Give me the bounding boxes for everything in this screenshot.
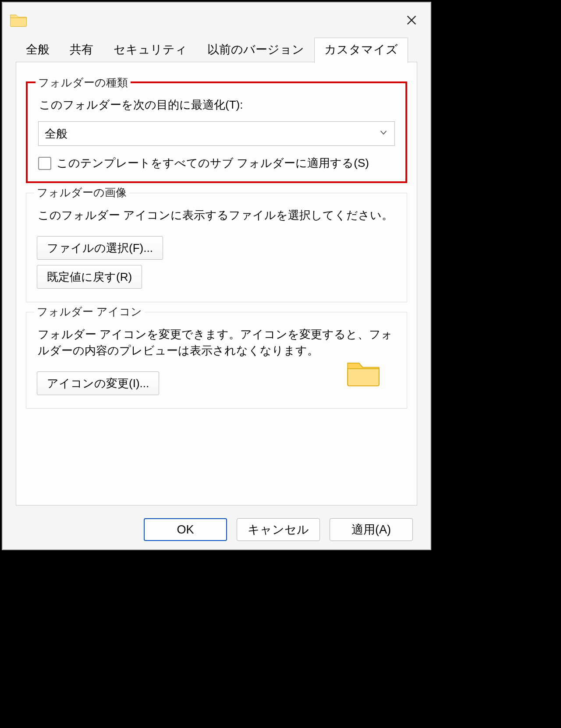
close-button[interactable] [396,7,427,33]
cancel-button[interactable]: キャンセル [237,518,320,541]
group-folder-image-title: フォルダーの画像 [34,185,129,200]
titlebar [3,3,430,38]
tab-strip: 全般 共有 セキュリティ 以前のバージョン カスタマイズ [16,38,417,63]
tab-content-customize: フォルダーの種類 このフォルダーを次の目的に最適化(T): 全般 このテンプレー… [16,62,417,505]
tab-versions[interactable]: 以前のバージョン [197,38,314,63]
tab-security[interactable]: セキュリティ [103,38,197,63]
apply-subfolders-checkbox[interactable] [38,157,51,170]
dialog-footer: OK キャンセル 適用(A) [3,510,430,549]
group-folder-icon-title: フォルダー アイコン [34,304,145,319]
apply-subfolders-row[interactable]: このテンプレートをすべてのサブ フォルダーに適用する(S) [38,155,395,171]
restore-default-button[interactable]: 既定値に戻す(R) [37,265,142,289]
choose-file-button[interactable]: ファイルの選択(F)... [37,236,163,260]
optimize-for-label: このフォルダーを次の目的に最適化(T): [39,97,394,113]
optimize-for-combo[interactable]: 全般 [38,121,395,146]
group-folder-image: フォルダーの画像 このフォルダー アイコンに表示するファイルを選択してください。… [26,193,407,302]
folder-icon-preview [346,359,380,387]
group-folder-type-title: フォルダーの種類 [36,75,131,90]
tab-general[interactable]: 全般 [16,38,60,63]
tab-customize[interactable]: カスタマイズ [314,38,408,63]
folder-icon [10,13,27,28]
ok-button[interactable]: OK [144,518,227,541]
optimize-for-value: 全般 [45,126,67,141]
group-folder-icon: フォルダー アイコン フォルダー アイコンを変更できます。アイコンを変更すると、… [26,312,407,409]
tab-share[interactable]: 共有 [60,38,103,63]
folder-icon-desc: フォルダー アイコンを変更できます。アイコンを変更すると、フォルダーの内容のプレ… [38,326,395,359]
properties-dialog: 全般 共有 セキュリティ 以前のバージョン カスタマイズ フォルダーの種類 この… [2,2,431,550]
group-folder-type: フォルダーの種類 このフォルダーを次の目的に最適化(T): 全般 このテンプレー… [26,81,407,183]
chevron-down-icon [379,127,388,141]
apply-button[interactable]: 適用(A) [330,518,413,541]
apply-subfolders-label: このテンプレートをすべてのサブ フォルダーに適用する(S) [57,155,369,171]
folder-image-desc: このフォルダー アイコンに表示するファイルを選択してください。 [38,207,395,224]
change-icon-button[interactable]: アイコンの変更(I)... [37,371,159,395]
